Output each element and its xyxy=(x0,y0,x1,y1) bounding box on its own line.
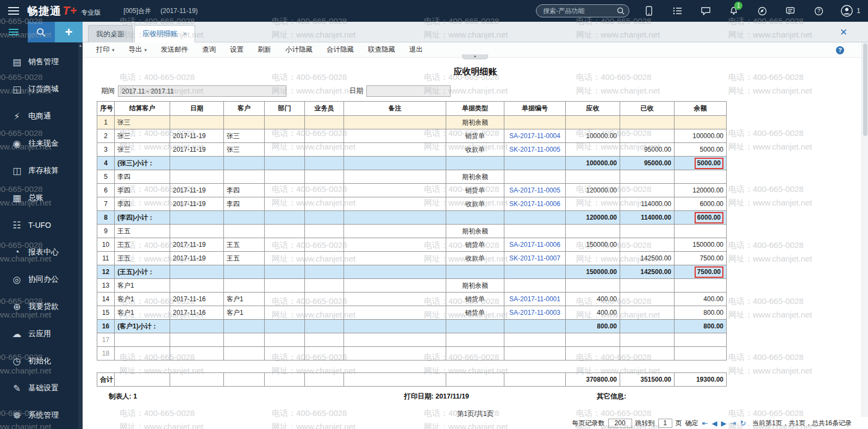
period-label: 期间 xyxy=(101,86,115,96)
sidebar-scroll-up-icon[interactable]: ▲ xyxy=(78,42,83,49)
table-row[interactable]: 2张三2017-11-19张三销货单SA-2017-11-0004100000.… xyxy=(97,129,727,143)
table-row[interactable]: 7李四2017-11-19李四收款单SK-2017-11-0006114000.… xyxy=(97,197,727,211)
basic-settings-icon: ✎ xyxy=(11,383,23,394)
sidebar-item-label: 协同办公 xyxy=(28,275,59,284)
menu-search-icon[interactable] xyxy=(28,22,55,42)
service-compass-icon[interactable] xyxy=(748,0,776,22)
query-panel-collapse-handle[interactable]: ▲ xyxy=(462,54,488,59)
document-link[interactable]: SK-2017-11-0007 xyxy=(509,254,560,262)
table-row[interactable]: 11王五2017-11-19王五收款单SK-2017-11-0007142500… xyxy=(97,252,727,265)
report-table: 序号结算客户日期客户部门业务员备注单据类型单据编号应收已收余额 1张三期初余额2… xyxy=(97,101,727,360)
brand-tplus: T+ xyxy=(63,4,77,18)
sidebar-item-label: 初始化 xyxy=(28,356,51,366)
sidebar-item-office[interactable]: ◎协同办公 xyxy=(0,266,83,293)
sidebar-scrollbar[interactable] xyxy=(78,42,83,429)
table-row[interactable]: 6李四2017-11-19李四销货单SA-2017-11-0005120000.… xyxy=(97,184,727,197)
table-row[interactable]: 13客户1期初余额 xyxy=(97,279,727,293)
table-row[interactable]: 12(王五)小计：150000.00142500.007500.00 xyxy=(97,265,727,279)
toolbar-settings-button[interactable]: 设置 xyxy=(223,45,251,54)
sidebar-item-ecommerce[interactable]: ⚡电商通 xyxy=(0,103,83,130)
task-list-icon[interactable] xyxy=(663,0,691,22)
search-icon[interactable] xyxy=(617,7,625,15)
new-tab-plus-icon[interactable]: + xyxy=(55,22,83,42)
jump-confirm-button[interactable]: 确定 xyxy=(685,419,698,428)
total-receivable: 370800.00 xyxy=(566,373,620,387)
feedback-icon[interactable] xyxy=(776,0,804,22)
mobile-icon[interactable] xyxy=(635,0,663,22)
topbar: 畅捷通 T+ 专业版 [005]合并 (2017-11-19) 1 xyxy=(0,0,868,22)
toolbar-query-button[interactable]: 查询 xyxy=(195,45,223,54)
document-link[interactable]: SA-2017-11-0005 xyxy=(509,186,560,194)
toolbar-export-button[interactable]: 导出▾ xyxy=(122,45,154,54)
sidebar-item-cloud[interactable]: ☁云应用 xyxy=(0,320,83,347)
search-input[interactable] xyxy=(536,4,629,17)
sidebar-item-loan[interactable]: ⊕我要贷款 xyxy=(0,293,83,320)
sidebar-item-basic[interactable]: ✎基础设置 xyxy=(0,375,83,402)
sidebar-item-reports[interactable]: ◔报表中心 xyxy=(0,239,83,266)
sidebar-item-cash[interactable]: ◉往来现金 xyxy=(0,130,83,157)
sidebar-item-sales[interactable]: ▤销售管理 xyxy=(0,48,83,76)
toolbar-send-mail-button[interactable]: 发送邮件 xyxy=(154,45,195,54)
sidebar-item-mall[interactable]: ◱订货商城 xyxy=(0,76,83,103)
prev-page-icon[interactable]: ◀ xyxy=(711,419,717,427)
hamburger-menu-icon[interactable] xyxy=(0,0,27,22)
sidebar-item-init[interactable]: ◷初始化 xyxy=(0,347,83,375)
document-link[interactable]: SA-2017-11-0001 xyxy=(509,295,560,303)
window-scrollbar[interactable] xyxy=(861,42,868,417)
report-help-icon[interactable]: ? xyxy=(836,46,844,54)
table-row[interactable]: 1张三期初余额 xyxy=(97,116,727,129)
toolbar-print-button[interactable]: 打印▾ xyxy=(89,45,122,54)
jump-page-input[interactable] xyxy=(658,419,672,428)
table-row[interactable]: 9王五期初余额 xyxy=(97,225,727,238)
user-avatar[interactable] xyxy=(833,0,861,22)
tab-desktop[interactable]: 我的桌面 xyxy=(88,25,133,42)
refresh-page-icon[interactable]: ↻ xyxy=(740,419,746,427)
help-icon[interactable]: ? xyxy=(804,0,833,22)
message-icon[interactable] xyxy=(691,0,720,22)
table-row[interactable]: 5李四期初余额 xyxy=(97,170,727,184)
toolbar-hide-total-button[interactable]: 合计隐藏 xyxy=(320,45,361,54)
first-page-icon[interactable]: ⇤ xyxy=(702,419,708,427)
notification-bell-icon[interactable]: 1 xyxy=(720,0,748,22)
mall-icon: ◱ xyxy=(11,84,23,95)
document-link[interactable]: SA-2017-11-0006 xyxy=(509,241,560,248)
table-row[interactable]: 17 xyxy=(97,333,727,347)
table-row[interactable]: 14客户12017-11-16客户1销货单SA-2017-11-0001400.… xyxy=(97,293,727,306)
toolbar-hide-subtotal-button[interactable]: 小计隐藏 xyxy=(278,45,320,54)
sidebar-item-system[interactable]: ☸系统管理 xyxy=(0,402,83,429)
loan-icon: ⊕ xyxy=(11,301,23,313)
sidebar-item-label: 往来现金 xyxy=(28,139,59,148)
document-link[interactable]: SA-2017-11-0003 xyxy=(509,309,560,316)
sidebar-item-label: 电商通 xyxy=(28,111,51,121)
period-input[interactable] xyxy=(118,85,286,97)
global-search xyxy=(536,4,629,17)
scrollbar-thumb[interactable] xyxy=(863,43,867,136)
table-row[interactable]: 16(客户1)小计：800.00800.00 xyxy=(97,320,727,333)
table-row[interactable]: 10王五2017-11-19王五销货单SA-2017-11-0006150000… xyxy=(97,238,727,252)
document-link[interactable]: SK-2017-11-0006 xyxy=(509,200,560,208)
column-header: 客户 xyxy=(224,102,265,116)
per-page-input[interactable] xyxy=(608,419,632,428)
close-all-tabs-icon[interactable]: ✕ xyxy=(838,27,850,39)
sidebar-collapse-icon[interactable] xyxy=(0,22,28,42)
sidebar-item-inventory[interactable]: ◫库存核算 xyxy=(0,157,83,184)
sidebar-item-tufo[interactable]: ☷T-UFO xyxy=(0,212,83,239)
date-input[interactable] xyxy=(366,85,451,97)
document-link[interactable]: SK-2017-11-0005 xyxy=(509,146,560,153)
last-page-icon[interactable]: ⇥ xyxy=(730,419,736,427)
toolbar-refresh-button[interactable]: 刷新 xyxy=(251,45,278,54)
table-row[interactable]: 18 xyxy=(97,347,727,360)
table-row[interactable]: 15客户12017-11-16客户1销货单SA-2017-11-0003400.… xyxy=(97,306,727,320)
next-page-icon[interactable]: ▶ xyxy=(721,419,726,427)
table-row[interactable]: 4(张三)小计：100000.0095000.005000.00 xyxy=(97,157,727,170)
sidebar-item-ledger[interactable]: ▦总账 xyxy=(0,184,83,212)
toolbar-hide-drill-button[interactable]: 联查隐藏 xyxy=(361,45,402,54)
tabbar: + 我的桌面应收明细账× ✕ xyxy=(0,22,868,42)
tab-receivable-detail[interactable]: 应收明细账× xyxy=(134,25,195,42)
table-row[interactable]: 8(李四)小计：120000.00114000.006000.00 xyxy=(97,211,727,225)
collaboration-icon: ◎ xyxy=(11,274,23,285)
toolbar-exit-button[interactable]: 退出 xyxy=(402,45,430,54)
table-row[interactable]: 3张三2017-11-19张三收款单SK-2017-11-000595000.0… xyxy=(97,143,727,157)
document-link[interactable]: SA-2017-11-0004 xyxy=(509,132,560,140)
tab-close-icon[interactable]: × xyxy=(183,30,187,38)
